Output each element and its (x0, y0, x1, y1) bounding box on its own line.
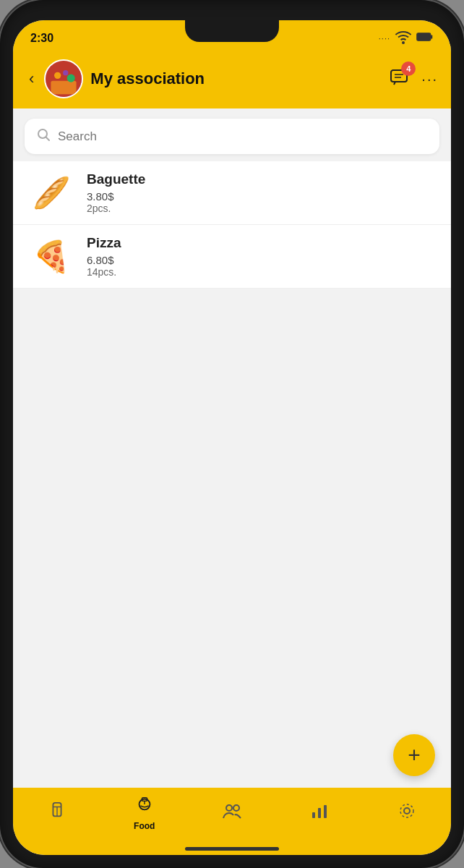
svg-rect-21 (312, 812, 315, 818)
stats-icon (311, 802, 328, 824)
food-icon (136, 795, 153, 818)
svg-point-24 (404, 808, 410, 814)
items-list: 🥖 Baguette 3.80$ 2pcs. 🍕 Pizza 6.80$ 14p… (13, 161, 451, 723)
nav-item-settings[interactable] (385, 802, 429, 824)
nav-item-stats[interactable] (298, 802, 341, 824)
fab-wrapper: + (13, 723, 451, 788)
avatar (44, 59, 83, 98)
header: ‹ My association (13, 52, 451, 109)
svg-rect-23 (324, 805, 327, 818)
phone-screen: 2:30 ···· (13, 20, 451, 855)
signal-dots: ···· (379, 34, 390, 43)
item-info-baguette: Baguette 3.80$ 2pcs. (87, 171, 438, 214)
status-time: 2:30 (30, 32, 53, 45)
home-bar (185, 847, 279, 851)
svg-rect-22 (318, 808, 321, 818)
svg-point-7 (67, 75, 75, 82)
bottom-nav: Food (13, 788, 451, 841)
header-title: My association (90, 69, 382, 88)
search-bar (25, 119, 439, 154)
svg-point-20 (233, 805, 239, 811)
nav-item-drink[interactable] (35, 801, 79, 825)
status-icons: ···· (379, 28, 434, 48)
battery-icon (416, 28, 434, 48)
svg-rect-6 (51, 81, 77, 95)
phone-frame: 2:30 ···· (0, 0, 464, 868)
search-container (13, 109, 451, 161)
item-name: Baguette (87, 171, 438, 187)
item-info-pizza: Pizza 6.80$ 14pcs. (87, 235, 438, 278)
wifi-icon (395, 28, 412, 48)
search-input[interactable] (58, 129, 428, 144)
list-item[interactable]: 🥖 Baguette 3.80$ 2pcs. (13, 161, 451, 225)
svg-point-25 (400, 804, 413, 817)
list-item[interactable]: 🍕 Pizza 6.80$ 14pcs. (13, 225, 451, 289)
notch (185, 20, 279, 42)
settings-icon (398, 802, 416, 824)
more-button[interactable]: ··· (421, 71, 438, 88)
item-qty: 14pcs. (87, 266, 438, 278)
people-icon (222, 802, 242, 824)
item-qty: 2pcs. (87, 203, 438, 214)
item-image-pizza: 🍕 (26, 237, 77, 276)
notification-badge: 4 (401, 61, 416, 76)
svg-line-12 (46, 137, 50, 141)
svg-point-5 (63, 70, 68, 75)
back-button[interactable]: ‹ (26, 69, 37, 88)
item-name: Pizza (87, 235, 438, 251)
nav-item-people[interactable] (210, 802, 254, 824)
item-image-baguette: 🥖 (26, 173, 77, 213)
nav-label-food: Food (134, 821, 155, 831)
search-icon (36, 127, 51, 145)
item-price: 6.80$ (87, 254, 438, 266)
nav-item-food[interactable]: Food (123, 795, 166, 831)
drink-icon (48, 801, 66, 825)
svg-point-19 (226, 805, 232, 811)
chat-button[interactable]: 4 (390, 67, 410, 90)
header-actions: 4 ··· (390, 67, 438, 90)
svg-rect-1 (417, 33, 431, 41)
add-button[interactable]: + (393, 734, 435, 776)
svg-point-0 (403, 42, 404, 43)
svg-point-4 (54, 72, 61, 79)
home-indicator (13, 841, 451, 855)
svg-rect-2 (431, 35, 433, 38)
item-price: 3.80$ (87, 190, 438, 203)
